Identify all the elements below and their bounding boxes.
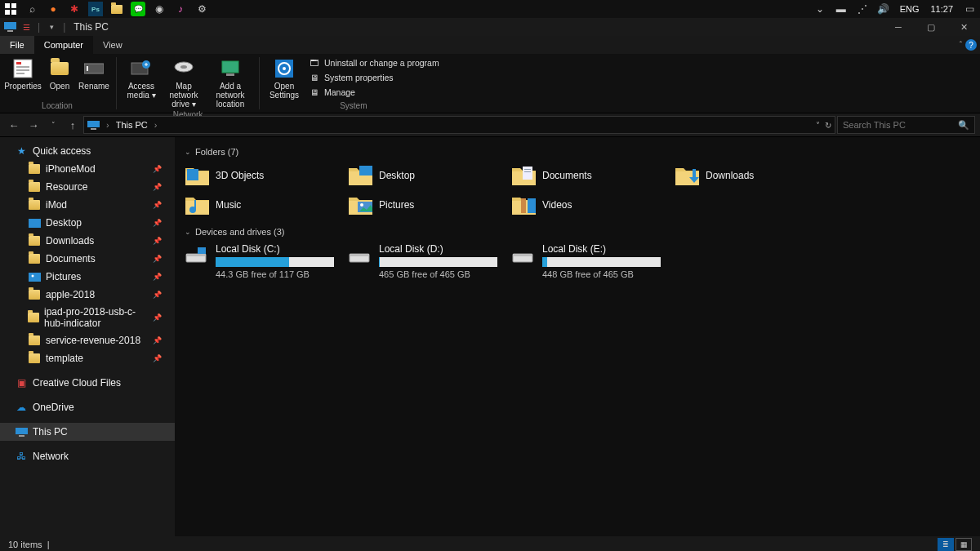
- sidebar-item[interactable]: Documents📌: [0, 250, 175, 268]
- folder-item[interactable]: Pictures: [348, 193, 503, 217]
- notifications-icon[interactable]: ▭: [962, 2, 977, 16]
- sidebar-item[interactable]: iPhoneMod📌: [0, 160, 175, 178]
- folder-item[interactable]: Videos: [511, 193, 666, 217]
- svg-rect-8: [16, 66, 29, 68]
- navigation-bar: ← → ˅ ↑ ›This PC› ˅↻ Search This PC 🔍: [0, 113, 980, 137]
- svg-rect-42: [198, 247, 206, 254]
- view-details-button[interactable]: ≣: [938, 538, 954, 551]
- sidebar-quick-access[interactable]: ★Quick access: [0, 142, 175, 160]
- sidebar-this-pc[interactable]: This PC: [0, 423, 175, 441]
- svg-rect-3: [11, 10, 16, 15]
- settings-icon[interactable]: ⚙: [194, 2, 209, 16]
- tray-chevron-icon[interactable]: ⌄: [813, 2, 827, 16]
- maximize-button[interactable]: ▢: [915, 18, 947, 36]
- drive-item[interactable]: Local Disk (E:)448 GB free of 465 GB: [511, 243, 666, 279]
- battery-icon[interactable]: ▬: [834, 2, 849, 16]
- line-icon[interactable]: 💬: [131, 2, 145, 16]
- svg-rect-31: [523, 167, 532, 180]
- address-bar[interactable]: ›This PC› ˅↻: [83, 116, 835, 134]
- svg-rect-9: [16, 69, 29, 71]
- svg-rect-0: [5, 3, 10, 8]
- address-dropdown-icon[interactable]: ˅: [816, 121, 820, 130]
- ribbon-group-system: Open Settings 🗔Uninstall or change a pro…: [261, 54, 446, 113]
- open-settings-button[interactable]: Open Settings: [265, 56, 304, 100]
- sidebar-network[interactable]: 🖧Network: [0, 447, 175, 465]
- sidebar-item[interactable]: Resource📌: [0, 178, 175, 196]
- back-button[interactable]: ←: [5, 119, 23, 131]
- folder-item[interactable]: Desktop: [348, 163, 503, 188]
- sidebar-item[interactable]: Desktop📌: [0, 214, 175, 232]
- sidebar-onedrive[interactable]: ☁OneDrive: [0, 398, 175, 416]
- chrome-icon[interactable]: ◉: [152, 2, 167, 16]
- sidebar-item[interactable]: template📌: [0, 349, 175, 367]
- firefox-icon[interactable]: ●: [46, 2, 60, 16]
- folder-item[interactable]: Downloads: [675, 163, 830, 188]
- drives-section-header[interactable]: ⌄Devices and drives (3): [185, 227, 970, 237]
- search-icon[interactable]: ⌕: [24, 2, 39, 16]
- wifi-icon[interactable]: ⋰: [855, 2, 870, 16]
- explorer-icon[interactable]: [109, 2, 124, 16]
- tab-file[interactable]: File: [0, 36, 34, 54]
- minimize-button[interactable]: ─: [882, 18, 915, 36]
- folder-item[interactable]: Music: [185, 193, 340, 217]
- ribbon-collapse-icon[interactable]: ˆ: [960, 41, 962, 50]
- svg-rect-12: [87, 66, 88, 71]
- drive-item[interactable]: Local Disk (D:)465 GB free of 465 GB: [348, 243, 503, 279]
- svg-rect-32: [524, 169, 531, 170]
- sidebar-item[interactable]: Pictures📌: [0, 268, 175, 286]
- rename-button[interactable]: Rename: [77, 56, 111, 100]
- svg-rect-17: [222, 61, 238, 73]
- system-properties-button[interactable]: 🖥System properties: [305, 71, 443, 84]
- up-button[interactable]: ↑: [64, 119, 82, 131]
- svg-rect-7: [16, 62, 21, 64]
- ribbon-group-location: Properties Open Rename Location: [0, 54, 114, 113]
- sidebar-item[interactable]: apple-2018📌: [0, 286, 175, 304]
- close-button[interactable]: ✕: [947, 18, 980, 36]
- folder-item[interactable]: Documents: [511, 163, 666, 188]
- open-button[interactable]: Open: [44, 56, 75, 100]
- forward-button[interactable]: →: [24, 119, 42, 131]
- svg-rect-22: [87, 121, 100, 127]
- search-box[interactable]: Search This PC 🔍: [837, 116, 975, 134]
- qat-properties-icon[interactable]: ☰: [20, 20, 33, 33]
- recent-dropdown-icon[interactable]: ˅: [44, 121, 62, 129]
- separator: [259, 57, 260, 109]
- svg-rect-30: [359, 166, 372, 176]
- uninstall-program-button[interactable]: 🗔Uninstall or change a program: [305, 56, 443, 69]
- ribbon: Properties Open Rename Location Access m…: [0, 54, 980, 113]
- clock[interactable]: 11:27: [928, 4, 956, 14]
- app-icon-1[interactable]: ✱: [67, 2, 82, 16]
- svg-rect-27: [16, 428, 28, 434]
- refresh-icon[interactable]: ↻: [825, 121, 831, 130]
- itunes-icon[interactable]: ♪: [173, 2, 188, 16]
- folder-item[interactable]: 3D Objects: [185, 163, 340, 188]
- view-tiles-button[interactable]: ▦: [956, 538, 972, 551]
- sidebar-item[interactable]: Downloads📌: [0, 232, 175, 250]
- photoshop-icon[interactable]: Ps: [88, 2, 103, 16]
- sound-icon[interactable]: 🔊: [876, 2, 891, 16]
- help-icon[interactable]: ?: [965, 39, 977, 51]
- sidebar-creative-cloud[interactable]: ▣Creative Cloud Files: [0, 374, 175, 392]
- svg-rect-25: [29, 273, 41, 282]
- manage-button[interactable]: 🖥Manage: [305, 86, 443, 99]
- map-drive-button[interactable]: Map network drive ▾: [163, 56, 205, 109]
- svg-point-21: [283, 67, 286, 70]
- properties-button[interactable]: Properties: [3, 56, 42, 100]
- access-media-button[interactable]: Access media ▾: [122, 56, 161, 109]
- folders-section-header[interactable]: ⌄Folders (7): [185, 147, 970, 157]
- add-network-location-button[interactable]: Add a network location: [207, 56, 254, 109]
- language-indicator[interactable]: ENG: [898, 4, 922, 14]
- sidebar-item[interactable]: iMod📌: [0, 196, 175, 214]
- drive-item[interactable]: Local Disk (C:)44.3 GB free of 117 GB: [185, 243, 340, 279]
- sidebar-item[interactable]: service-revenue-2018📌: [0, 331, 175, 349]
- tab-view[interactable]: View: [93, 36, 132, 54]
- svg-rect-44: [350, 254, 369, 256]
- svg-point-37: [360, 203, 363, 207]
- qat-dropdown-icon[interactable]: ▾: [45, 20, 58, 33]
- sidebar-item[interactable]: ipad-pro-2018-usb-c-hub-indicator📌: [0, 304, 175, 331]
- svg-rect-29: [187, 169, 198, 180]
- svg-rect-46: [513, 254, 532, 256]
- tab-computer[interactable]: Computer: [34, 36, 93, 54]
- start-button[interactable]: [3, 2, 18, 16]
- svg-rect-5: [7, 30, 13, 32]
